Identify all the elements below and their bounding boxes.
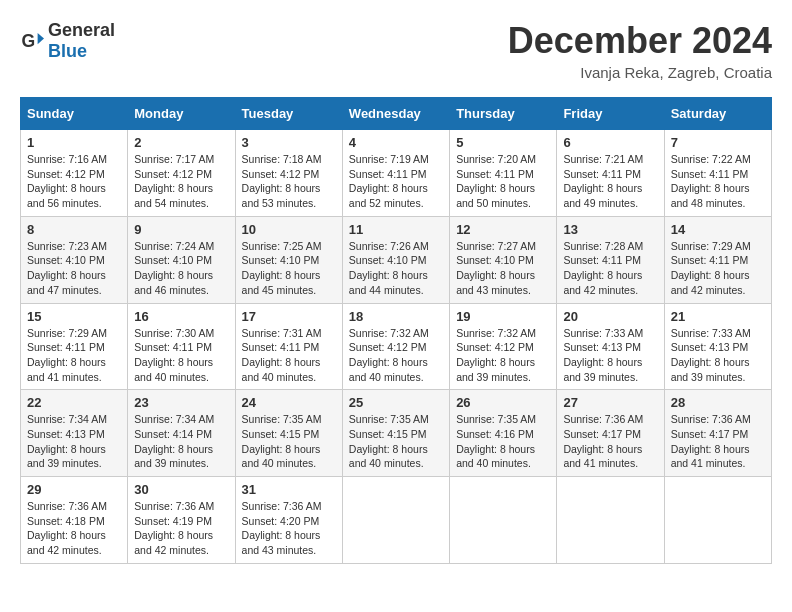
- day-info: Sunrise: 7:31 AMSunset: 4:11 PMDaylight:…: [242, 327, 322, 383]
- day-number: 21: [671, 309, 765, 324]
- calendar-cell: 31 Sunrise: 7:36 AMSunset: 4:20 PMDaylig…: [235, 477, 342, 564]
- day-info: Sunrise: 7:30 AMSunset: 4:11 PMDaylight:…: [134, 327, 214, 383]
- day-info: Sunrise: 7:34 AMSunset: 4:14 PMDaylight:…: [134, 413, 214, 469]
- day-number: 4: [349, 135, 443, 150]
- calendar-cell: [557, 477, 664, 564]
- day-number: 18: [349, 309, 443, 324]
- calendar-cell: 15 Sunrise: 7:29 AMSunset: 4:11 PMDaylig…: [21, 303, 128, 390]
- svg-marker-1: [38, 33, 44, 44]
- calendar-cell: 23 Sunrise: 7:34 AMSunset: 4:14 PMDaylig…: [128, 390, 235, 477]
- calendar-cell: 28 Sunrise: 7:36 AMSunset: 4:17 PMDaylig…: [664, 390, 771, 477]
- day-info: Sunrise: 7:20 AMSunset: 4:11 PMDaylight:…: [456, 153, 536, 209]
- calendar-cell: 19 Sunrise: 7:32 AMSunset: 4:12 PMDaylig…: [450, 303, 557, 390]
- calendar-cell: 29 Sunrise: 7:36 AMSunset: 4:18 PMDaylig…: [21, 477, 128, 564]
- location: Ivanja Reka, Zagreb, Croatia: [508, 64, 772, 81]
- calendar-cell: 12 Sunrise: 7:27 AMSunset: 4:10 PMDaylig…: [450, 216, 557, 303]
- calendar-cell: 9 Sunrise: 7:24 AMSunset: 4:10 PMDayligh…: [128, 216, 235, 303]
- day-info: Sunrise: 7:26 AMSunset: 4:10 PMDaylight:…: [349, 240, 429, 296]
- day-info: Sunrise: 7:33 AMSunset: 4:13 PMDaylight:…: [671, 327, 751, 383]
- day-number: 16: [134, 309, 228, 324]
- column-header-sunday: Sunday: [21, 98, 128, 130]
- calendar-cell: 14 Sunrise: 7:29 AMSunset: 4:11 PMDaylig…: [664, 216, 771, 303]
- day-info: Sunrise: 7:17 AMSunset: 4:12 PMDaylight:…: [134, 153, 214, 209]
- day-number: 14: [671, 222, 765, 237]
- logo-blue: Blue: [48, 41, 87, 61]
- day-info: Sunrise: 7:25 AMSunset: 4:10 PMDaylight:…: [242, 240, 322, 296]
- day-info: Sunrise: 7:19 AMSunset: 4:11 PMDaylight:…: [349, 153, 429, 209]
- calendar-cell: 5 Sunrise: 7:20 AMSunset: 4:11 PMDayligh…: [450, 130, 557, 217]
- day-info: Sunrise: 7:32 AMSunset: 4:12 PMDaylight:…: [456, 327, 536, 383]
- day-info: Sunrise: 7:27 AMSunset: 4:10 PMDaylight:…: [456, 240, 536, 296]
- day-number: 28: [671, 395, 765, 410]
- day-number: 17: [242, 309, 336, 324]
- day-info: Sunrise: 7:29 AMSunset: 4:11 PMDaylight:…: [671, 240, 751, 296]
- calendar-cell: 4 Sunrise: 7:19 AMSunset: 4:11 PMDayligh…: [342, 130, 449, 217]
- day-number: 15: [27, 309, 121, 324]
- calendar-cell: 7 Sunrise: 7:22 AMSunset: 4:11 PMDayligh…: [664, 130, 771, 217]
- day-number: 3: [242, 135, 336, 150]
- day-info: Sunrise: 7:36 AMSunset: 4:18 PMDaylight:…: [27, 500, 107, 556]
- day-number: 10: [242, 222, 336, 237]
- day-info: Sunrise: 7:35 AMSunset: 4:16 PMDaylight:…: [456, 413, 536, 469]
- calendar-cell: 18 Sunrise: 7:32 AMSunset: 4:12 PMDaylig…: [342, 303, 449, 390]
- calendar-cell: 1 Sunrise: 7:16 AMSunset: 4:12 PMDayligh…: [21, 130, 128, 217]
- calendar-cell: 20 Sunrise: 7:33 AMSunset: 4:13 PMDaylig…: [557, 303, 664, 390]
- calendar-cell: 22 Sunrise: 7:34 AMSunset: 4:13 PMDaylig…: [21, 390, 128, 477]
- day-number: 11: [349, 222, 443, 237]
- month-title: December 2024: [508, 20, 772, 62]
- calendar-cell: [342, 477, 449, 564]
- day-number: 27: [563, 395, 657, 410]
- day-number: 23: [134, 395, 228, 410]
- day-info: Sunrise: 7:34 AMSunset: 4:13 PMDaylight:…: [27, 413, 107, 469]
- day-number: 12: [456, 222, 550, 237]
- calendar-table: SundayMondayTuesdayWednesdayThursdayFrid…: [20, 97, 772, 564]
- day-number: 31: [242, 482, 336, 497]
- day-info: Sunrise: 7:36 AMSunset: 4:17 PMDaylight:…: [671, 413, 751, 469]
- day-number: 30: [134, 482, 228, 497]
- column-header-thursday: Thursday: [450, 98, 557, 130]
- day-number: 26: [456, 395, 550, 410]
- calendar-cell: 21 Sunrise: 7:33 AMSunset: 4:13 PMDaylig…: [664, 303, 771, 390]
- page-header: G General Blue December 2024 Ivanja Reka…: [20, 20, 772, 81]
- day-info: Sunrise: 7:35 AMSunset: 4:15 PMDaylight:…: [349, 413, 429, 469]
- calendar-cell: [450, 477, 557, 564]
- day-info: Sunrise: 7:22 AMSunset: 4:11 PMDaylight:…: [671, 153, 751, 209]
- day-number: 7: [671, 135, 765, 150]
- calendar-cell: 24 Sunrise: 7:35 AMSunset: 4:15 PMDaylig…: [235, 390, 342, 477]
- calendar-cell: 10 Sunrise: 7:25 AMSunset: 4:10 PMDaylig…: [235, 216, 342, 303]
- column-header-wednesday: Wednesday: [342, 98, 449, 130]
- svg-text:G: G: [22, 31, 36, 51]
- day-number: 22: [27, 395, 121, 410]
- day-info: Sunrise: 7:36 AMSunset: 4:19 PMDaylight:…: [134, 500, 214, 556]
- calendar-week-5: 29 Sunrise: 7:36 AMSunset: 4:18 PMDaylig…: [21, 477, 772, 564]
- column-header-saturday: Saturday: [664, 98, 771, 130]
- calendar-cell: 26 Sunrise: 7:35 AMSunset: 4:16 PMDaylig…: [450, 390, 557, 477]
- calendar-cell: 25 Sunrise: 7:35 AMSunset: 4:15 PMDaylig…: [342, 390, 449, 477]
- day-info: Sunrise: 7:32 AMSunset: 4:12 PMDaylight:…: [349, 327, 429, 383]
- day-info: Sunrise: 7:29 AMSunset: 4:11 PMDaylight:…: [27, 327, 107, 383]
- calendar-header-row: SundayMondayTuesdayWednesdayThursdayFrid…: [21, 98, 772, 130]
- logo: G General Blue: [20, 20, 115, 62]
- calendar-cell: 13 Sunrise: 7:28 AMSunset: 4:11 PMDaylig…: [557, 216, 664, 303]
- day-info: Sunrise: 7:16 AMSunset: 4:12 PMDaylight:…: [27, 153, 107, 209]
- day-number: 9: [134, 222, 228, 237]
- day-number: 5: [456, 135, 550, 150]
- column-header-tuesday: Tuesday: [235, 98, 342, 130]
- calendar-cell: 3 Sunrise: 7:18 AMSunset: 4:12 PMDayligh…: [235, 130, 342, 217]
- calendar-cell: 27 Sunrise: 7:36 AMSunset: 4:17 PMDaylig…: [557, 390, 664, 477]
- calendar-week-4: 22 Sunrise: 7:34 AMSunset: 4:13 PMDaylig…: [21, 390, 772, 477]
- day-info: Sunrise: 7:36 AMSunset: 4:17 PMDaylight:…: [563, 413, 643, 469]
- calendar-cell: 6 Sunrise: 7:21 AMSunset: 4:11 PMDayligh…: [557, 130, 664, 217]
- day-number: 25: [349, 395, 443, 410]
- logo-icon: G: [20, 29, 44, 53]
- day-info: Sunrise: 7:33 AMSunset: 4:13 PMDaylight:…: [563, 327, 643, 383]
- day-number: 19: [456, 309, 550, 324]
- day-info: Sunrise: 7:24 AMSunset: 4:10 PMDaylight:…: [134, 240, 214, 296]
- calendar-week-2: 8 Sunrise: 7:23 AMSunset: 4:10 PMDayligh…: [21, 216, 772, 303]
- day-number: 29: [27, 482, 121, 497]
- day-number: 13: [563, 222, 657, 237]
- column-header-monday: Monday: [128, 98, 235, 130]
- day-info: Sunrise: 7:21 AMSunset: 4:11 PMDaylight:…: [563, 153, 643, 209]
- calendar-cell: 2 Sunrise: 7:17 AMSunset: 4:12 PMDayligh…: [128, 130, 235, 217]
- day-info: Sunrise: 7:35 AMSunset: 4:15 PMDaylight:…: [242, 413, 322, 469]
